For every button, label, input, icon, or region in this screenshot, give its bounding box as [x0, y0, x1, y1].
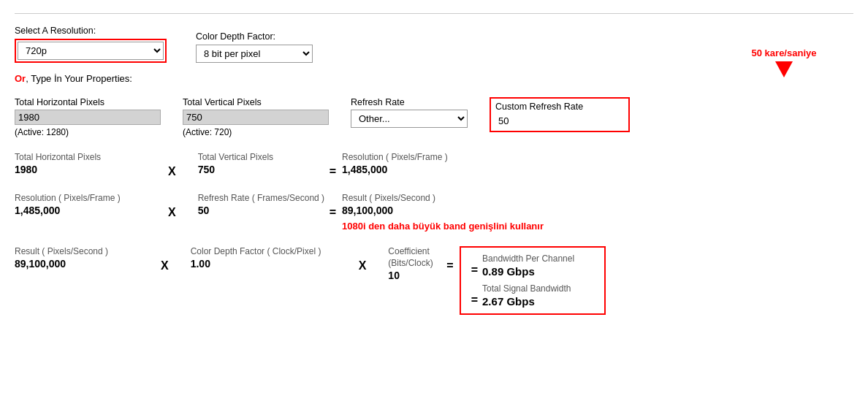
inputs-section: 50 kare/saniye Total Horizontal Pixels (… [15, 97, 853, 137]
calc-row-2-container: Resolution ( Pixels/Frame ) 1,485,000 X … [15, 193, 853, 232]
calc-result-value: 89,100,000 [15, 258, 139, 270]
total-bw-row: = Total Signal Bandwidth 2.67 Gbps [471, 283, 594, 308]
color-depth-field-group: Color Depth Factor: 8 bit per pixel 10 b… [196, 31, 313, 63]
row2-annotation: 1080i den daha büyük band genişlini kull… [342, 221, 544, 232]
arrow-down-icon [775, 61, 793, 77]
refresh-rate-select[interactable]: Other... 24 25 30 50 60 120 [351, 110, 468, 128]
color-depth-select[interactable]: 8 bit per pixel 10 bit per pixel 12 bit … [196, 45, 313, 63]
total-bw-label: Total Signal Bandwidth [482, 283, 571, 294]
resolution-label: Select A Resolution: [15, 26, 167, 36]
calc-color-block: Color Depth Factor ( Clock/Pixel ) 1.00 [191, 246, 337, 270]
calc-resolution-value: 1,485,000 [342, 164, 448, 175]
calc-res-value: 1,485,000 [15, 205, 146, 216]
calc-rr-block: Refresh Rate ( Frames/Second ) 50 [198, 193, 330, 216]
calc-vert-label: Total Vertical Pixels [198, 152, 330, 162]
annotation-text: 50 kare/saniye [752, 47, 817, 58]
calc-rr-value: 50 [198, 205, 330, 216]
operator-x-2: X [168, 206, 176, 219]
bw-eq-2: = [471, 294, 478, 307]
equals-1: = [330, 165, 336, 178]
horiz-pixels-label: Total Horizontal Pixels [15, 97, 161, 107]
calc-row-3: Result ( Pixels/Second ) 89,100,000 X Co… [15, 246, 853, 315]
resolution-select-border: 720p 1080i 1080p 480p Custom [15, 39, 167, 63]
refresh-rate-group: Refresh Rate Other... 24 25 30 50 60 120 [351, 97, 468, 128]
custom-refresh-input[interactable] [495, 114, 624, 128]
calc-vert-block: Total Vertical Pixels 750 [198, 152, 330, 175]
calc-row-2: Resolution ( Pixels/Frame ) 1,485,000 X … [15, 193, 853, 232]
calc-res-label: Resolution ( Pixels/Frame ) [15, 193, 146, 203]
calc-coeff-label: Coefficient [388, 246, 446, 256]
bandwidth-box: = Bandwidth Per Channel 0.89 Gbps = Tota… [460, 246, 606, 315]
calc-res-block: Resolution ( Pixels/Frame ) 1,485,000 [15, 193, 146, 216]
calc-color-label: Color Depth Factor ( Clock/Pixel ) [191, 246, 337, 256]
vert-active-label: (Active: 720) [183, 127, 329, 137]
operator-x-1: X [168, 165, 176, 178]
calc-result-label: Result ( Pixels/Second ) [15, 246, 139, 256]
calc-rr-label: Refresh Rate ( Frames/Second ) [198, 193, 330, 203]
bw-per-channel-row: = Bandwidth Per Channel 0.89 Gbps [471, 253, 594, 278]
or-text: Or, Type İn Your Properties: [15, 73, 132, 84]
vert-pixels-label: Total Vertical Pixels [183, 97, 329, 107]
calc-row-1: Total Horizontal Pixels 1980 X Total Ver… [15, 152, 853, 178]
calc-result-block: Result ( Pixels/Second ) 89,100,000 [15, 246, 139, 270]
total-bw-value: 2.67 Gbps [482, 295, 571, 308]
calc-coeff-value: 10 [388, 270, 446, 281]
horiz-pixels-group: Total Horizontal Pixels (Active: 1280) [15, 97, 161, 137]
equals-2: = [330, 206, 336, 219]
equals-3: = [446, 259, 453, 272]
custom-refresh-label: Custom Refresh Rate [495, 102, 624, 112]
calc-vert-value: 750 [198, 164, 330, 175]
calc-coeff-block: Coefficient (Bits/Clock) 10 [388, 246, 446, 281]
vert-pixels-input[interactable] [183, 110, 329, 125]
bw-per-channel-value: 0.89 Gbps [482, 265, 574, 278]
total-bw-block: Total Signal Bandwidth 2.67 Gbps [482, 283, 571, 308]
calc-horiz-value: 1980 [15, 164, 146, 175]
vert-pixels-group: Total Vertical Pixels (Active: 720) [183, 97, 329, 137]
refresh-rate-label: Refresh Rate [351, 97, 468, 107]
calc-horiz-label: Total Horizontal Pixels [15, 152, 146, 162]
calc-pixels-second-value: 89,100,000 [342, 205, 544, 216]
bw-per-channel-block: Bandwidth Per Channel 0.89 Gbps [482, 253, 574, 278]
horiz-active-label: (Active: 1280) [15, 127, 161, 137]
calc-coeff-sublabel: (Bits/Clock) [388, 258, 446, 268]
operator-x-3: X [161, 259, 169, 272]
calc-section: Total Horizontal Pixels 1980 X Total Ver… [15, 152, 853, 315]
resolution-field-group: Select A Resolution: 720p 1080i 1080p 48… [15, 26, 167, 63]
inputs-row: Total Horizontal Pixels (Active: 1280) T… [15, 97, 853, 137]
calc-pixels-second-result: Result ( Pixels/Second ) 89,100,000 1080… [342, 193, 544, 232]
calc-pixels-second-label: Result ( Pixels/Second ) [342, 193, 544, 203]
calc-horiz-block: Total Horizontal Pixels 1980 [15, 152, 146, 175]
bw-eq-1: = [471, 264, 478, 277]
calc-color-value: 1.00 [191, 258, 337, 270]
calc-resolution-label: Resolution ( Pixels/Frame ) [342, 152, 448, 162]
color-depth-label: Color Depth Factor: [196, 31, 313, 42]
horiz-pixels-input[interactable] [15, 110, 161, 125]
calc-resolution-result: Resolution ( Pixels/Frame ) 1,485,000 [342, 152, 448, 175]
custom-refresh-wrapper: Custom Refresh Rate [490, 97, 630, 132]
bw-per-channel-label: Bandwidth Per Channel [482, 253, 574, 264]
annotation-container: 50 kare/saniye [722, 47, 846, 77]
resolution-select[interactable]: 720p 1080i 1080p 480p Custom [18, 42, 164, 60]
operator-x-4: X [359, 259, 367, 272]
